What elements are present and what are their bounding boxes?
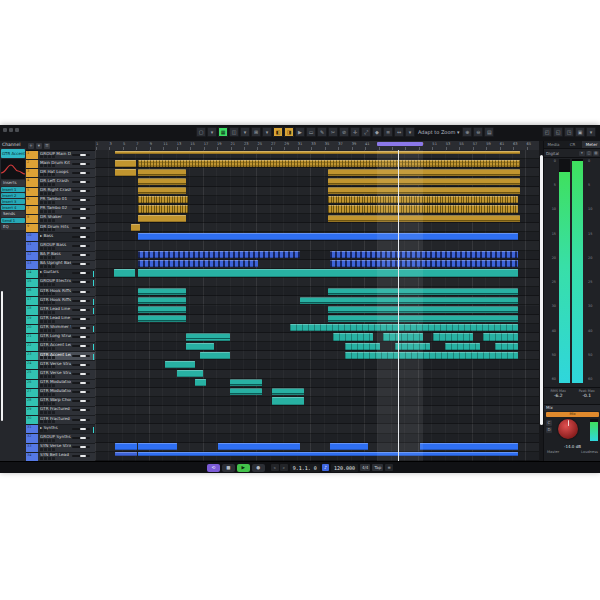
click-button[interactable]: C	[546, 420, 552, 426]
mute-button[interactable]	[40, 429, 43, 432]
mute-button[interactable]	[40, 201, 43, 204]
monitor-button[interactable]	[52, 247, 55, 250]
track-lane[interactable]	[95, 397, 539, 406]
mute-tool[interactable]: ⊘	[339, 127, 349, 137]
insert-slot-2[interactable]: Insert 2	[1, 193, 25, 198]
monitor-button[interactable]	[52, 183, 55, 186]
track-lane[interactable]	[95, 260, 539, 269]
dim-button[interactable]: D	[546, 427, 552, 433]
track-row-gtr-long-strums[interactable]: 21GTR Long Strums	[26, 334, 95, 343]
solo-button[interactable]	[44, 429, 47, 432]
record-enable-button[interactable]	[48, 384, 51, 387]
track-row-gtr-verse-strums-r[interactable]: 25GTR Verse Strums R	[26, 370, 95, 379]
solo-button[interactable]	[44, 457, 47, 460]
track-lane[interactable]	[95, 370, 539, 379]
zoom-in-button[interactable]: ⊕	[462, 127, 472, 137]
right-zone-toggle[interactable]: ◳	[564, 127, 574, 137]
track-volume-slider[interactable]	[72, 154, 90, 156]
mute-button[interactable]	[40, 183, 43, 186]
tempo-display[interactable]: 120.000	[331, 464, 358, 472]
object-selection-tool[interactable]: ▶	[295, 127, 305, 137]
stop-button[interactable]: ■	[222, 464, 235, 472]
record-enable-button[interactable]	[48, 356, 51, 359]
clip-event[interactable]	[138, 160, 520, 167]
clip-event[interactable]	[330, 443, 368, 450]
master-foot-label[interactable]: Master	[547, 450, 559, 454]
track-volume-slider[interactable]	[72, 263, 90, 265]
mute-button[interactable]	[40, 393, 43, 396]
clip-event[interactable]	[328, 315, 518, 322]
mute-button[interactable]	[40, 402, 43, 405]
mute-button[interactable]	[40, 155, 43, 158]
solo-button[interactable]	[44, 393, 47, 396]
record-enable-button[interactable]	[48, 201, 51, 204]
track-row-guitars[interactable]: 14▸ Guitars	[26, 270, 95, 279]
loudness-foot-label[interactable]: Loudness	[581, 450, 598, 454]
clip-event[interactable]	[200, 352, 230, 359]
solo-button[interactable]	[44, 411, 47, 414]
track-lane[interactable]	[95, 177, 539, 186]
record-enable-button[interactable]	[48, 155, 51, 158]
track-volume-slider[interactable]	[72, 291, 90, 293]
mute-button[interactable]	[40, 164, 43, 167]
track-lane[interactable]	[95, 287, 539, 296]
monitor-button[interactable]	[52, 219, 55, 222]
track-volume-slider[interactable]	[72, 309, 90, 311]
mute-button[interactable]	[40, 219, 43, 222]
track-volume-slider[interactable]	[72, 227, 90, 229]
sends-section-header[interactable]: Sends	[1, 211, 25, 217]
mute-button[interactable]	[40, 274, 43, 277]
monitor-button[interactable]	[52, 457, 55, 460]
monitor-button[interactable]	[52, 173, 55, 176]
record-enable-button[interactable]	[48, 311, 51, 314]
mute-button[interactable]	[40, 457, 43, 460]
clip-event[interactable]	[115, 151, 520, 155]
clip-event[interactable]	[328, 306, 518, 313]
mute-button[interactable]	[40, 411, 43, 414]
solo-button[interactable]	[44, 356, 47, 359]
track-lane[interactable]	[95, 388, 539, 397]
left-zone-toggle[interactable]: ◰	[542, 127, 552, 137]
clip-event[interactable]	[138, 169, 186, 176]
track-volume-slider[interactable]	[72, 382, 90, 384]
track-row-gtr-shimmer-strums[interactable]: 20GTR Shimmer Strums	[26, 325, 95, 334]
record-enable-button[interactable]	[48, 329, 51, 332]
mute-button[interactable]	[40, 439, 43, 442]
track-lane[interactable]	[95, 150, 539, 159]
send-slot[interactable]: Send 1	[1, 218, 25, 223]
track-lane[interactable]	[95, 452, 539, 461]
tap-tempo-button[interactable]: Tap	[372, 464, 383, 471]
record-enable-button[interactable]	[48, 265, 51, 268]
track-volume-slider[interactable]	[72, 419, 90, 421]
mute-button[interactable]	[40, 448, 43, 451]
zoom-preset-button[interactable]: ▤	[484, 127, 494, 137]
clip-event[interactable]	[272, 397, 304, 404]
clip-event[interactable]	[138, 178, 186, 185]
track-volume-slider[interactable]	[72, 281, 90, 283]
track-volume-slider[interactable]	[72, 190, 90, 192]
window-control-button[interactable]	[3, 128, 7, 132]
tab-media[interactable]: Media	[544, 141, 563, 148]
solo-button[interactable]	[44, 365, 47, 368]
clip-event[interactable]	[328, 205, 518, 212]
mute-button[interactable]	[40, 356, 43, 359]
record-enable-button[interactable]	[48, 256, 51, 259]
tool-modifier-menu[interactable]: ▾	[405, 127, 415, 137]
solo-button[interactable]	[44, 247, 47, 250]
meter-source-label[interactable]: Digital	[546, 151, 559, 156]
clip-event[interactable]	[138, 288, 186, 295]
record-enable-button[interactable]	[48, 439, 51, 442]
clip-event[interactable]	[395, 343, 430, 350]
track-row-main-drum-kit[interactable]: 2Main Drum Kit	[26, 160, 95, 169]
monitor-button[interactable]	[52, 439, 55, 442]
track-row-gtr-fractured-chords-r[interactable]: 30GTR Fractured Chords R	[26, 416, 95, 425]
record-enable-button[interactable]	[48, 402, 51, 405]
mute-button[interactable]	[40, 420, 43, 423]
workspace-button[interactable]: ▢	[196, 127, 206, 137]
control-room-level-knob[interactable]	[558, 419, 578, 439]
record-enable-button[interactable]	[48, 320, 51, 323]
solo-button[interactable]	[44, 265, 47, 268]
track-filter-button[interactable]: ▾	[36, 143, 42, 149]
mute-button[interactable]	[40, 256, 43, 259]
solo-button[interactable]	[44, 256, 47, 259]
